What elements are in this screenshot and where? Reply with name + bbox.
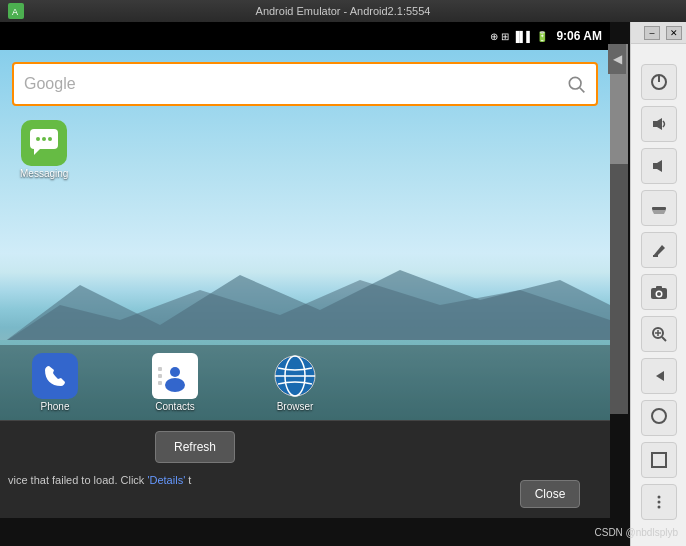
erase2-button[interactable] xyxy=(641,232,677,268)
power-button[interactable] xyxy=(641,64,677,100)
close-panel-button[interactable]: ✕ xyxy=(666,26,682,40)
camera-button[interactable] xyxy=(641,274,677,310)
title-bar: A Android Emulator - Android2.1:5554 xyxy=(0,0,686,22)
svg-point-13 xyxy=(165,378,185,392)
svg-point-10 xyxy=(48,137,52,141)
volume-down-button[interactable] xyxy=(641,148,677,184)
phone-app-icon[interactable]: Phone xyxy=(20,353,90,412)
right-panel-top-bar: – ✕ xyxy=(631,22,686,44)
mountain-svg xyxy=(0,255,610,345)
svg-line-32 xyxy=(662,337,666,341)
phone-label: Phone xyxy=(41,401,70,412)
contacts-icon-img xyxy=(152,353,198,399)
error-message-suffix: t xyxy=(185,474,191,486)
right-panel: – ✕ xyxy=(630,22,686,546)
details-link[interactable]: 'Details' xyxy=(147,474,185,486)
side-buttons-container xyxy=(641,58,677,520)
bars-icon: ▐▌▌ xyxy=(512,31,533,42)
network-icon: ⊕ xyxy=(490,31,498,42)
refresh-button[interactable]: Refresh xyxy=(155,431,235,463)
app-dock: Phone Contacts xyxy=(0,345,610,420)
svg-point-4 xyxy=(569,77,581,89)
svg-marker-22 xyxy=(653,118,662,130)
volume-up-button[interactable] xyxy=(641,106,677,142)
svg-point-39 xyxy=(657,501,660,504)
close-button[interactable]: Close xyxy=(520,480,580,508)
messaging-app-icon[interactable]: Messaging xyxy=(20,120,68,179)
signal-icon: ⊞ xyxy=(501,31,509,42)
svg-point-29 xyxy=(657,292,661,296)
svg-point-8 xyxy=(36,137,40,141)
svg-point-38 xyxy=(657,496,660,499)
scrollbar[interactable] xyxy=(610,44,628,414)
emulator-container: ⊕ ⊞ ▐▌▌ 🔋 9:06 AM Google xyxy=(0,22,630,546)
error-text: vice that failed to load. Click 'Details… xyxy=(0,470,350,490)
clock: 9:06 AM xyxy=(556,29,602,43)
home-button[interactable] xyxy=(641,400,677,436)
browser-label: Browser xyxy=(277,401,314,412)
browser-app-icon[interactable]: Browser xyxy=(260,353,330,412)
error-message-text: vice that failed to load. Click xyxy=(8,474,147,486)
search-icon xyxy=(566,74,586,94)
svg-rect-37 xyxy=(652,453,666,467)
window-title: Android Emulator - Android2.1:5554 xyxy=(256,5,431,17)
svg-point-12 xyxy=(170,367,180,377)
contacts-label: Contacts xyxy=(155,401,194,412)
svg-rect-30 xyxy=(656,286,662,289)
back-button[interactable] xyxy=(641,358,677,394)
contacts-app-icon[interactable]: Contacts xyxy=(140,353,210,412)
browser-icon-img xyxy=(272,353,318,399)
svg-marker-35 xyxy=(656,371,664,381)
zoom-button[interactable] xyxy=(641,316,677,352)
messaging-icon-img xyxy=(21,120,67,166)
svg-rect-24 xyxy=(652,207,666,210)
svg-line-5 xyxy=(580,88,585,93)
menu-button[interactable] xyxy=(641,442,677,478)
svg-text:A: A xyxy=(12,7,18,17)
svg-rect-16 xyxy=(158,381,162,385)
minimize-button[interactable]: – xyxy=(644,26,660,40)
svg-point-40 xyxy=(657,506,660,509)
svg-point-9 xyxy=(42,137,46,141)
svg-point-36 xyxy=(652,409,666,423)
svg-marker-23 xyxy=(653,160,662,172)
svg-rect-15 xyxy=(158,374,162,378)
svg-marker-7 xyxy=(34,149,40,155)
android-screen: Google Messaging xyxy=(0,50,610,420)
android-status-bar: ⊕ ⊞ ▐▌▌ 🔋 9:06 AM xyxy=(0,22,610,50)
svg-marker-25 xyxy=(652,210,666,214)
messaging-label: Messaging xyxy=(20,168,68,179)
erase-button[interactable] xyxy=(641,190,677,226)
google-logo-text: Google xyxy=(24,75,558,93)
watermark-text: CSDN @nbdlsplyb xyxy=(594,527,678,538)
scrollbar-arrow[interactable]: ◀ xyxy=(608,44,626,74)
status-icons: ⊕ ⊞ ▐▌▌ 🔋 xyxy=(490,31,548,42)
more-button[interactable] xyxy=(641,484,677,520)
search-bar[interactable]: Google xyxy=(12,62,598,106)
notification-area: Refresh vice that failed to load. Click … xyxy=(0,420,610,518)
title-bar-icon: A xyxy=(8,3,24,19)
search-bar-container[interactable]: Google xyxy=(12,62,598,106)
phone-icon-img xyxy=(32,353,78,399)
battery-icon: 🔋 xyxy=(536,31,548,42)
svg-rect-14 xyxy=(158,367,162,371)
